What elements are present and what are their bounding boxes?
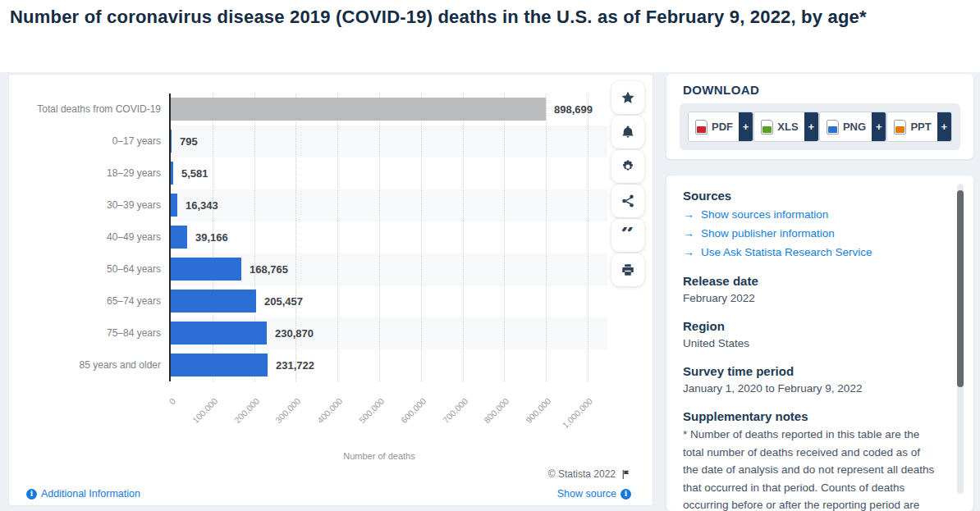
release-date-value: February 2022: [683, 290, 937, 307]
favorite-star-button[interactable]: [611, 81, 644, 114]
ppt-label: PPT: [910, 121, 931, 133]
bar-segment[interactable]: [171, 354, 268, 376]
bar-value-label: 39,166: [195, 221, 228, 253]
download-xls-button[interactable]: XLS +: [753, 112, 819, 142]
bar-segment[interactable]: [171, 226, 187, 249]
bar-value-label: 795: [180, 125, 198, 157]
category-label: 50–64 years: [107, 253, 161, 285]
bar-segment[interactable]: [171, 322, 267, 344]
ask-statista-research-service-link[interactable]: Use Ask Statista Research Service: [683, 243, 937, 262]
region-heading: Region: [683, 319, 937, 333]
info-icon: [26, 489, 37, 500]
info-icon: [621, 489, 631, 500]
gear-icon: [621, 159, 635, 174]
additional-information-label: Additional Information: [41, 488, 140, 500]
page-title: Number of coronavirus disease 2019 (COVI…: [0, 0, 980, 30]
pdf-file-icon: [695, 120, 708, 135]
share-icon: [621, 194, 635, 208]
x-tick-label: 0: [167, 396, 178, 407]
x-tick-label: 100,000: [190, 396, 219, 425]
download-png-main: PNG: [820, 112, 872, 141]
category-label: 75–84 years: [107, 317, 161, 349]
ask-statista-research-service-label: Use Ask Statista Research Service: [701, 244, 872, 262]
ppt-file-icon: [894, 120, 906, 135]
supplementary-notes-heading: Supplementary notes: [683, 409, 937, 423]
x-tick-label: 900,000: [524, 396, 552, 425]
download-xls-main: XLS: [754, 112, 804, 141]
sidebar-scrollbar-track[interactable]: [957, 184, 964, 494]
bar-segment[interactable]: [171, 258, 241, 281]
pdf-options-plus-button[interactable]: +: [739, 112, 753, 141]
show-publisher-information-link[interactable]: Show publisher information: [683, 224, 937, 243]
bar-value-label: 898,699: [554, 94, 593, 125]
category-label: 65–74 years: [107, 285, 161, 317]
bar-segment[interactable]: [171, 130, 172, 153]
download-pdf-main: PDF: [689, 112, 739, 141]
survey-period-value: January 1, 2020 to February 9, 2022: [683, 381, 937, 397]
share-button[interactable]: [611, 185, 644, 217]
download-heading: DOWNLOAD: [683, 83, 759, 97]
copyright-line: © Statista 2022: [548, 468, 631, 480]
printer-icon: [621, 262, 635, 277]
star-icon: [621, 90, 635, 105]
pdf-label: PDF: [712, 121, 733, 133]
bar-value-label: 5,581: [181, 157, 208, 189]
x-tick-label: 700,000: [441, 396, 469, 425]
category-label: 85 years and older: [80, 349, 161, 381]
chart-action-toolbar: ”: [611, 81, 644, 286]
quote-icon: ”: [621, 227, 634, 244]
supplementary-notes-text: * Number of deaths reported in this tabl…: [683, 426, 937, 511]
show-publisher-information-label: Show publisher information: [701, 225, 835, 243]
chart-row: 0–17 years795: [171, 125, 614, 157]
show-source-link[interactable]: Show source: [557, 488, 631, 500]
cite-button[interactable]: ”: [611, 219, 644, 252]
region-value: United States: [683, 335, 937, 352]
category-label: 30–39 years: [107, 189, 161, 221]
xls-label: XLS: [777, 121, 798, 133]
sidebar-scrollbar-thumb[interactable]: [957, 190, 964, 387]
bar-segment[interactable]: [171, 162, 173, 185]
alert-bell-button[interactable]: [611, 116, 644, 148]
arrow-right-icon: [683, 224, 694, 243]
ppt-options-plus-button[interactable]: +: [937, 112, 951, 141]
chart-row: 65–74 years205,457: [171, 285, 614, 317]
download-button-tray: PDF + XLS + PNG + PPT +: [680, 103, 960, 150]
x-tick-label: 600,000: [399, 396, 428, 425]
download-pdf-button[interactable]: PDF +: [688, 112, 753, 142]
bar-segment[interactable]: [171, 290, 256, 313]
bar-total[interactable]: [171, 98, 546, 121]
chart-row: Total deaths from COVID-19898,699: [171, 94, 614, 125]
statistic-metadata-card: Sources Show sources information Show pu…: [666, 176, 973, 511]
bar-chart: Total deaths from COVID-19898,6990–17 ye…: [171, 94, 614, 381]
download-ppt-main: PPT: [887, 112, 936, 141]
settings-button[interactable]: [611, 150, 644, 183]
x-tick-label: 200,000: [232, 396, 261, 425]
xls-options-plus-button[interactable]: +: [804, 112, 818, 141]
png-options-plus-button[interactable]: +: [872, 112, 886, 141]
png-label: PNG: [843, 121, 866, 133]
download-card: DOWNLOAD PDF + XLS + PNG +: [666, 74, 973, 159]
show-source-label: Show source: [557, 488, 616, 500]
show-sources-information-link[interactable]: Show sources information: [683, 205, 937, 224]
additional-information-link[interactable]: Additional Information: [26, 488, 140, 500]
bar-segment[interactable]: [171, 194, 177, 217]
x-tick-label: 500,000: [357, 396, 386, 425]
category-label: Total deaths from COVID-19: [37, 94, 161, 125]
chart-card: Total deaths from COVID-19898,6990–17 ye…: [8, 74, 653, 506]
download-png-button[interactable]: PNG +: [819, 112, 886, 142]
flag-icon[interactable]: [621, 469, 631, 480]
survey-period-heading: Survey time period: [683, 364, 937, 378]
bar-value-label: 230,870: [275, 317, 314, 349]
show-sources-information-label: Show sources information: [701, 206, 828, 224]
xls-file-icon: [761, 120, 773, 135]
arrow-right-icon: [683, 243, 694, 262]
chart-row: 50–64 years168,765: [171, 253, 614, 285]
bar-value-label: 231,722: [276, 349, 314, 381]
page-header: Number of coronavirus disease 2019 (COVI…: [0, 0, 980, 72]
bar-value-label: 205,457: [264, 285, 303, 317]
chart-row: 30–39 years16,343: [171, 189, 614, 221]
download-ppt-button[interactable]: PPT +: [886, 112, 952, 142]
print-button[interactable]: [611, 253, 644, 286]
category-label: 40–49 years: [107, 221, 161, 253]
x-tick-label: 1,000,000: [561, 396, 595, 431]
